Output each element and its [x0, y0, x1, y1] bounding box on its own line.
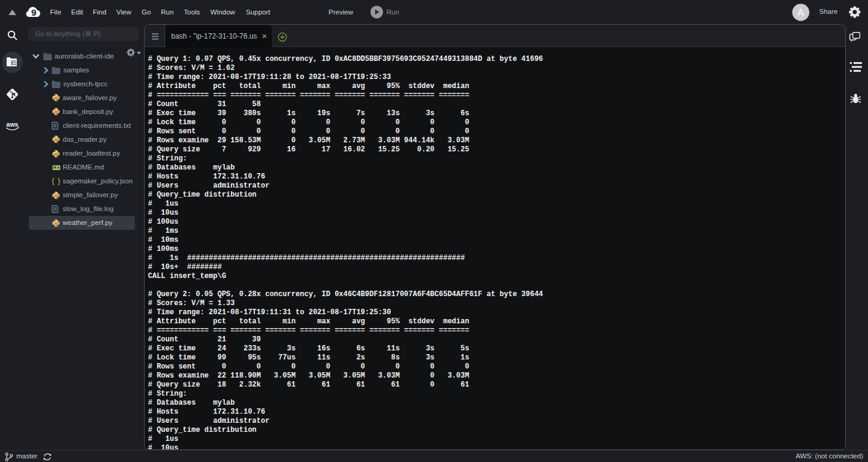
svg-text:aws: aws [7, 121, 19, 128]
svg-text:9: 9 [31, 7, 37, 17]
svg-text:A: A [797, 7, 804, 17]
